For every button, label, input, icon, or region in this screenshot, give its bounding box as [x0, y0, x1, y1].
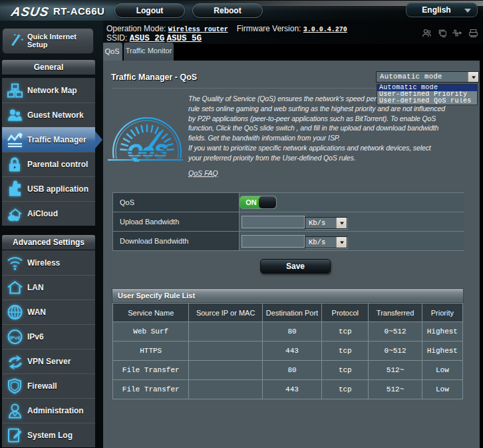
svg-text:IPv6: IPv6	[9, 335, 21, 341]
